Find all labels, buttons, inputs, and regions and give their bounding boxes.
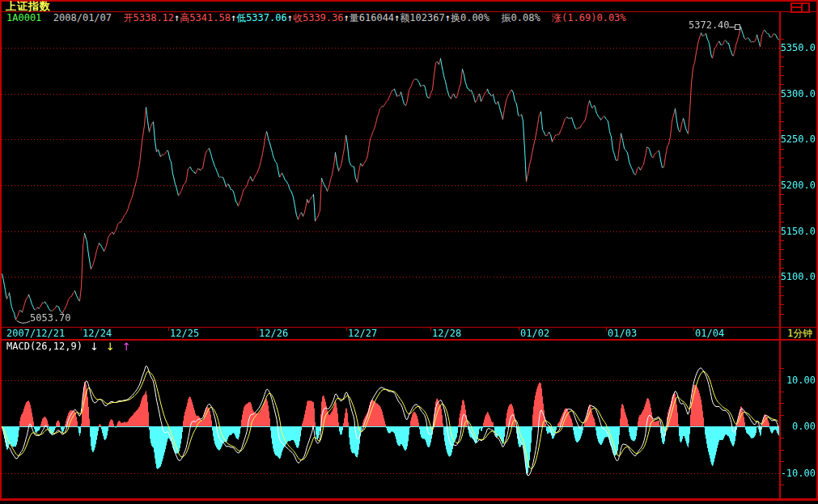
date-axis-day-tick — [519, 328, 519, 331]
price-axis-tick-label: 5150.0 — [781, 227, 816, 236]
macd-axis-minor-tick — [781, 368, 784, 369]
macd-axis-tick-label: 10.00 — [786, 375, 816, 385]
macd-params-label: MACD(26,12,9) — [6, 341, 83, 352]
period-layout-icon-divider — [801, 4, 803, 11]
date-axis-label: 01/02 — [520, 328, 549, 338]
date-axis-day-tick — [346, 328, 347, 331]
price-axis-minor-tick — [781, 222, 784, 222]
date-axis-day-tick — [430, 328, 431, 331]
date-axis-day-tick — [168, 328, 169, 331]
macd-axis-tick-label: 0.00 — [792, 421, 816, 431]
date-axis-day-tick — [693, 328, 694, 331]
macd-axis-minor-tick — [781, 403, 784, 404]
price-axis-minor-tick — [781, 57, 784, 57]
macd-header: MACD(26,12,9) ↓↓↑ — [6, 341, 131, 352]
price-axis-tick-label: 5250.0 — [781, 134, 816, 144]
date-axis-label: 2007/12/21 — [6, 328, 65, 338]
quote-info-segment: ↑ — [174, 13, 180, 23]
quote-info-segment: 开5338.12 — [124, 13, 175, 23]
macd-chart-canvas[interactable] — [2, 340, 779, 498]
price-axis-minor-tick — [781, 121, 784, 122]
macd-signal-arrow-icon: ↑ — [122, 341, 131, 352]
price-axis-minor-tick — [781, 268, 784, 269]
quote-info-segment: ↑ — [445, 13, 451, 23]
date-axis-day-tick — [606, 328, 607, 331]
quote-info-segment: 换0.00% — [451, 13, 502, 23]
date-axis-label: 01/03 — [608, 328, 637, 338]
date-axis-day-tick — [81, 328, 82, 331]
price-axis-minor-tick — [781, 204, 784, 205]
quote-info-segment: 2008/01/07 — [53, 13, 124, 23]
price-axis-minor-tick — [781, 240, 784, 241]
quote-info-segment: ↑ — [394, 13, 400, 23]
price-axis-tick-label: 5100.0 — [781, 272, 816, 282]
date-axis-day-tick — [257, 328, 258, 331]
price-axis-minor-tick — [781, 158, 784, 159]
quote-info-bar: 1A0001 2008/01/07 开5338.12↑高5341.58↑低533… — [6, 13, 626, 23]
macd-axis-minor-tick — [781, 392, 784, 392]
price-axis-tick-label: 5200.0 — [781, 180, 816, 190]
date-axis-label: 01/04 — [695, 328, 724, 338]
macd-axis-minor-tick — [781, 450, 784, 451]
quote-info-segment: 涨(1.69)0.03% — [552, 13, 625, 23]
period-label[interactable]: 1分钟 — [787, 328, 812, 338]
quote-info-segment: 低5337.06 — [236, 13, 287, 23]
window-title: 上证指数 — [6, 1, 51, 11]
session-high-label: 5372.40 — [689, 20, 730, 30]
price-axis-minor-tick — [781, 167, 784, 167]
price-axis-minor-tick — [781, 66, 784, 67]
macd-signal-arrow-icon: ↓ — [106, 341, 115, 352]
price-axis-minor-tick — [781, 286, 784, 287]
quote-info-segment: ↑ — [344, 13, 350, 23]
price-axis-minor-tick — [781, 103, 784, 104]
macd-axis-tick-label: -10.00 — [781, 468, 816, 478]
y-axis-line — [779, 12, 781, 498]
quote-info-segment: 1A0001 — [6, 13, 53, 23]
date-axis-label: 12/24 — [83, 328, 112, 338]
price-axis-minor-tick — [781, 84, 784, 85]
price-axis-tick-label: 5350.0 — [781, 43, 816, 53]
quote-info-segment: ↑ — [231, 13, 236, 23]
quote-info-segment: 量616044 — [350, 13, 394, 23]
date-axis-label: 12/28 — [432, 328, 461, 338]
macd-axis-minor-tick — [781, 415, 784, 416]
quote-info-segment: 振0.08% — [502, 13, 553, 23]
macd-axis-minor-tick — [781, 485, 784, 485]
price-axis-minor-tick — [781, 75, 784, 76]
price-axis-minor-tick — [781, 213, 784, 214]
macd-axis-minor-tick — [781, 438, 784, 438]
date-axis-label: 12/25 — [170, 328, 199, 338]
macd-signal-arrow-icon: ↓ — [90, 341, 99, 352]
period-layout-icon[interactable] — [790, 2, 810, 13]
macd-axis-minor-tick — [781, 461, 784, 462]
price-axis-minor-tick — [781, 304, 784, 305]
price-axis-minor-tick — [781, 194, 784, 195]
quote-info-segment: ↑ — [287, 13, 293, 23]
quote-info-segment: 高5341.58 — [180, 13, 231, 23]
window-border-bottom — [0, 498, 818, 501]
date-axis-label: 12/26 — [259, 328, 288, 338]
session-low-label: 5053.70 — [30, 313, 71, 323]
window-border-top — [0, 0, 818, 2]
date-axis-label: 12/27 — [348, 328, 377, 338]
quote-info-segment: 额102367 — [400, 13, 444, 23]
price-axis-minor-tick — [781, 149, 784, 150]
window-border-left — [0, 0, 2, 501]
quote-info-segment: 收5339.36 — [293, 13, 344, 23]
price-axis-minor-tick — [781, 249, 784, 250]
price-axis-minor-tick — [781, 130, 784, 131]
price-axis-minor-tick — [781, 314, 784, 315]
price-chart-canvas[interactable] — [2, 24, 779, 327]
price-axis-tick-label: 5300.0 — [781, 89, 816, 99]
period-layout-icon-bar — [792, 6, 801, 8]
stock-app-window: 上证指数 1A0001 2008/01/07 开5338.12↑高5341.58… — [0, 0, 818, 504]
price-axis-minor-tick — [781, 39, 784, 40]
price-axis-minor-tick — [781, 259, 784, 260]
price-axis-minor-tick — [781, 176, 784, 177]
price-axis-minor-tick — [781, 112, 784, 112]
price-axis-minor-tick — [781, 295, 784, 296]
